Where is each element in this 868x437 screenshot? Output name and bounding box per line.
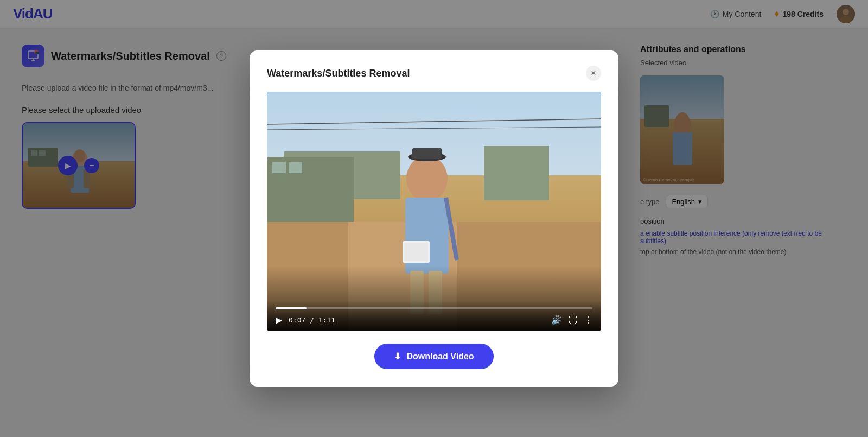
modal-title: Watermarks/Subtitles Removal <box>267 68 410 79</box>
svg-rect-38 <box>404 243 428 261</box>
total-time: 1:11 <box>318 316 335 324</box>
download-icon: ⬇ <box>394 351 401 362</box>
download-video-button[interactable]: ⬇ Download Video <box>374 344 493 369</box>
video-player: ▶ 0:07 / 1:11 🔊 ⛶ ⋮ <box>267 92 601 331</box>
current-time: 0:07 <box>289 316 305 324</box>
svg-rect-35 <box>412 148 442 159</box>
modal-header: Watermarks/Subtitles Removal × <box>267 66 601 81</box>
fullscreen-button[interactable]: ⛶ <box>569 315 577 325</box>
close-button[interactable]: × <box>586 66 601 81</box>
progress-bar[interactable] <box>276 307 592 309</box>
time-separator: / <box>310 316 318 324</box>
modal: Watermarks/Subtitles Removal × <box>250 50 618 387</box>
volume-button[interactable]: 🔊 <box>551 315 562 325</box>
progress-fill <box>276 307 307 309</box>
modal-footer: ⬇ Download Video <box>267 344 601 369</box>
svg-rect-26 <box>272 162 286 173</box>
controls-row: ▶ 0:07 / 1:11 🔊 ⛶ ⋮ <box>276 315 592 325</box>
time-display: 0:07 / 1:11 <box>289 316 545 324</box>
svg-line-24 <box>267 127 601 130</box>
play-pause-button[interactable]: ▶ <box>276 315 282 325</box>
more-options-button[interactable]: ⋮ <box>584 315 592 325</box>
modal-overlay[interactable]: Watermarks/Subtitles Removal × <box>0 0 868 437</box>
svg-line-23 <box>267 119 601 124</box>
download-label: Download Video <box>406 352 474 362</box>
svg-rect-28 <box>484 146 549 200</box>
svg-rect-27 <box>289 162 302 173</box>
video-content <box>267 92 601 331</box>
video-controls: ▶ 0:07 / 1:11 🔊 ⛶ ⋮ <box>267 301 601 331</box>
